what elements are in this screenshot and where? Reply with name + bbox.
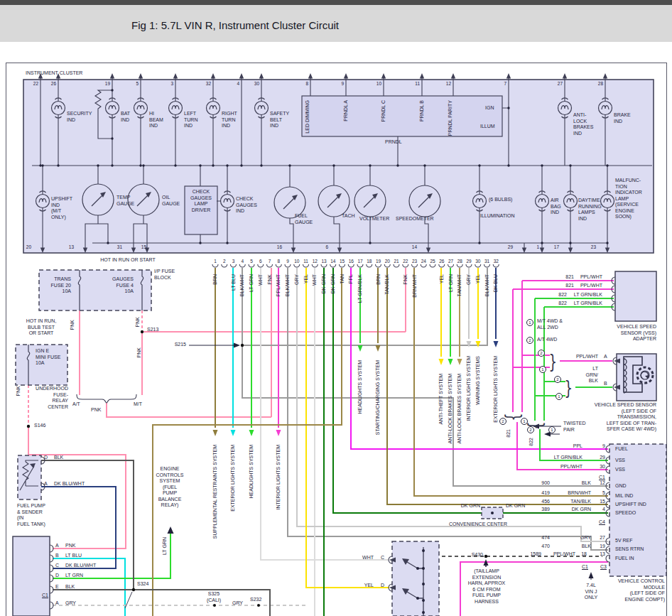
vcm-wire-color: BRN/WHT xyxy=(554,490,591,497)
vcm-wire-color: PPL/WHT xyxy=(540,464,582,470)
wire-color: LT GRN/BLK xyxy=(565,292,602,298)
conn-pin-letter: C xyxy=(55,563,59,569)
dk-grn-label: DK GRN xyxy=(453,503,480,509)
pin-number: 28 xyxy=(594,81,603,87)
pin-number: 14 xyxy=(407,244,417,251)
legend-mark-2: 2 xyxy=(526,337,533,344)
ip-fuse-block-label: I/P FUSE BLOCK xyxy=(154,269,175,281)
pnk-label: PNK xyxy=(91,407,101,414)
vin-note: 7.4L VIN J ONLY xyxy=(579,583,603,601)
vcm-pin: 19 xyxy=(595,544,605,550)
brace: } xyxy=(564,377,573,399)
pin-number: 31 xyxy=(112,244,122,251)
connector-pin-number: 12 xyxy=(310,259,319,265)
illumination-label: ILLUMINATION xyxy=(480,213,515,220)
pin-number: 7 xyxy=(497,81,506,87)
connector-pin-number: 4 xyxy=(238,259,246,265)
s146-label: S146 xyxy=(34,423,45,429)
connector-wire-color: LT GRN xyxy=(249,274,254,292)
ign-label: IGN xyxy=(485,105,494,112)
pin-number: 4 xyxy=(230,81,239,87)
prndl-b-label: PRNDL B xyxy=(419,100,425,121)
connector-pin-number: 31 xyxy=(483,259,492,265)
lower-left-connector xyxy=(13,536,53,616)
system-label: ANTI-LOCK BRAKES SYSTEM xyxy=(457,374,462,443)
connector-wire-color: YEL xyxy=(475,274,481,283)
connector-wire-color: DK BLU xyxy=(493,274,499,292)
connector-pin-number: 24 xyxy=(419,259,428,265)
vcm-pin: 29 xyxy=(595,455,605,461)
pin-number: 23 xyxy=(586,244,596,251)
system-label: SUPPLEMENTAL RESTRAINTS SYSTEM xyxy=(212,445,218,539)
wire-color: LT GRN/BLK xyxy=(565,301,602,307)
connector-wire-color: LT BLU xyxy=(231,274,237,291)
pin-number: 15 xyxy=(136,244,146,251)
vss-adapter-label: VEHICLE SPEED SENSOR (VSS) ADAPTER xyxy=(591,324,656,342)
circled-1: 1 xyxy=(548,426,556,433)
connector-wire-color: YEL xyxy=(303,274,309,283)
vcm-pin-name: VSS xyxy=(615,458,625,464)
connector-wire-color: BRN xyxy=(212,274,218,285)
vss-pin-b: B xyxy=(604,381,607,387)
twisted-pair-label: TWISTED PAIR xyxy=(563,421,586,433)
pump-pin-color: BLK xyxy=(54,455,63,461)
connector-pin-number: 10 xyxy=(293,259,301,265)
system-label: ANTI-LOCK BRAKES SYSTEM xyxy=(448,374,453,443)
six-bulbs-label: (6 BULBS) xyxy=(489,197,512,203)
vcm-wire-color: BLK xyxy=(554,544,591,550)
connector-wire-color: DK GRN xyxy=(330,274,336,293)
vcm-pin: 4 xyxy=(595,507,605,513)
connector-wire-color: DK GRN xyxy=(321,274,327,293)
vcm-c3: C3 xyxy=(595,564,607,571)
right-turn-label: RIGHT TURN IND xyxy=(222,111,237,129)
vcm-pin: 5 xyxy=(595,490,605,497)
vcm-pin: 15 xyxy=(595,499,605,505)
connector-wire-color: TAN/WHT xyxy=(457,274,462,296)
s324-label: S324 xyxy=(137,581,148,588)
connector-pin-number: 13 xyxy=(320,259,328,265)
vcm-pin-name: VSS xyxy=(615,467,625,473)
connector-pin-number: 1 xyxy=(211,259,220,265)
pin-number: 17 xyxy=(549,244,559,251)
prndl-parity-label: PRNDL PARITY xyxy=(448,100,453,136)
cluster-top-arrowheads xyxy=(38,73,607,79)
pnk-label: PNK xyxy=(135,317,141,327)
system-label: HEADLIGHTS SYSTEM xyxy=(357,360,363,414)
vcm-pin-name: FUEL xyxy=(615,446,628,453)
instrument-cluster-box xyxy=(23,80,654,253)
connector-pin-number: 20 xyxy=(383,259,391,265)
bat-ind-label: BAT IND xyxy=(121,111,130,123)
pin-number: 11 xyxy=(411,81,420,87)
connector-hooks xyxy=(212,264,499,267)
switch-pin-c: C xyxy=(381,555,384,561)
check-gauges-driver-label: CHECK GAUGES LAMP DRIVER xyxy=(185,189,217,213)
pin-number: 32 xyxy=(202,81,211,87)
vcm-pin-name: FUEL IN xyxy=(615,556,634,562)
pin-number: 16 xyxy=(272,244,282,251)
connector-pin-number: 18 xyxy=(365,259,374,265)
circled-2: 2 xyxy=(527,426,534,433)
colored-wires xyxy=(28,268,614,616)
pin-number: 30 xyxy=(250,81,259,87)
pin-number: 10 xyxy=(372,81,381,87)
connector-pin-number: 21 xyxy=(392,259,401,265)
connector-wire-color: YEL xyxy=(439,274,445,283)
connector-wire-color: BLK/WHT xyxy=(285,274,291,296)
vss-sensor-box xyxy=(613,354,656,401)
hot-in-run-label: HOT IN RUN OR START xyxy=(80,257,176,264)
engine-controls-label: ENGINE CONTROLS SYSTEM (FUEL PUMP BALANC… xyxy=(146,466,193,509)
convenience-center-label: CONVENIENCE CENTER xyxy=(449,522,507,528)
illum-label: ILLUM xyxy=(480,124,495,130)
fuel-gauge-label: FUEL GAUGE xyxy=(295,213,313,225)
pin-number: 5 xyxy=(129,81,139,87)
connector-pin-number: 32 xyxy=(492,259,500,265)
connector-wire-color: PNK xyxy=(403,274,408,284)
vcm-wire-color: DK GRN xyxy=(554,507,591,513)
drl-label: DAYTIME RUNNING LAMPS IND xyxy=(578,198,602,222)
system-label: ANTI-THEFT SYSTEM xyxy=(438,374,444,424)
vcm-pin: 27 xyxy=(595,535,605,541)
connector-pin-number: 30 xyxy=(474,259,482,265)
vcm-wire-color: GRY xyxy=(554,535,591,541)
connector-wire-color: LT GRN/BLK xyxy=(357,274,363,303)
wire-822-label: 822 xyxy=(529,438,534,446)
